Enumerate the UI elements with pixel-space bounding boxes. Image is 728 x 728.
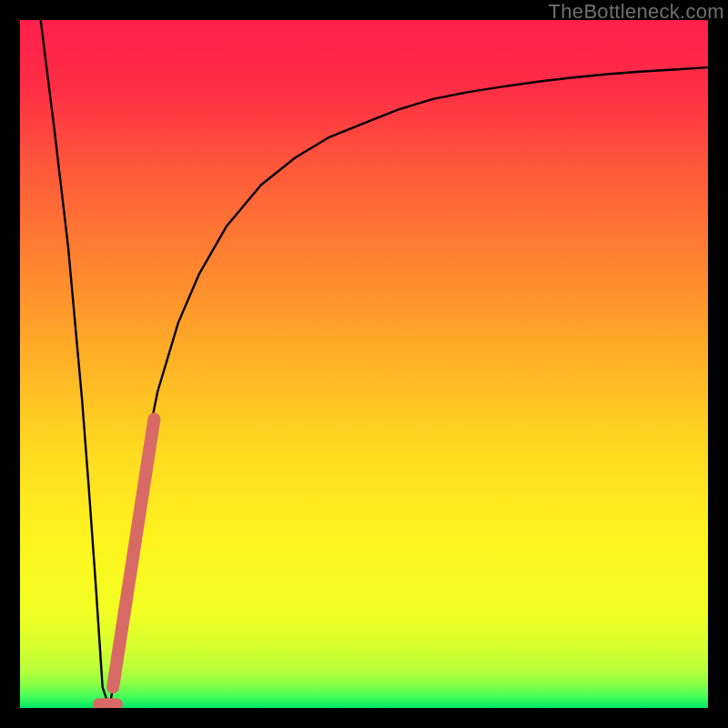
- watermark-text: TheBottleneck.com: [549, 0, 724, 24]
- bottleneck-chart: [20, 20, 708, 708]
- plot-area: [20, 20, 708, 708]
- chart-frame: TheBottleneck.com: [0, 0, 728, 728]
